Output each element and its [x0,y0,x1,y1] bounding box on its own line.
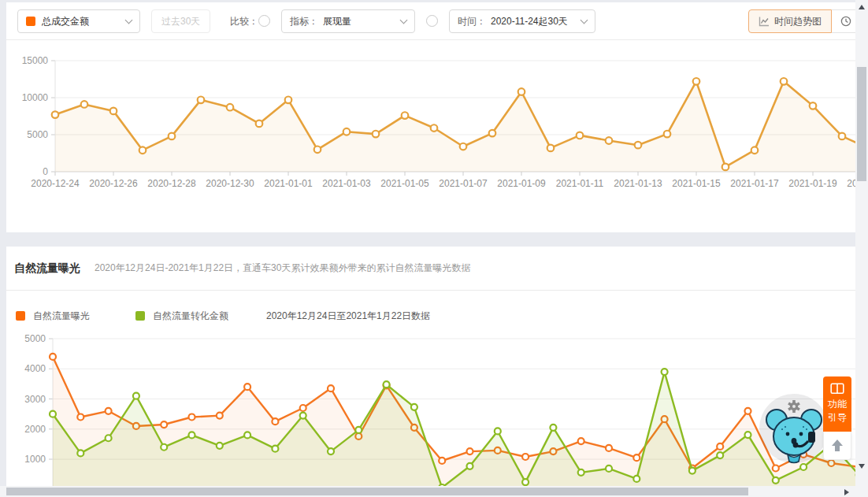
svg-text:2000: 2000 [24,424,46,435]
feature-guide-button[interactable]: 功能 引导 [823,376,851,432]
svg-text:2021-01-13: 2021-01-13 [614,178,662,189]
svg-text:0: 0 [43,166,48,177]
scroll-right-arrow-icon[interactable] [844,489,849,495]
legend-swatch-orange [16,311,25,321]
svg-text:2021-01-05: 2021-01-05 [380,178,429,189]
legend-label: 自然流量转化金额 [153,310,228,323]
indicator-select-label: 指标： [290,15,318,28]
legend-item-exposure[interactable]: 自然流量曝光 [16,310,90,323]
svg-text:3000: 3000 [24,394,46,405]
svg-text:5000: 5000 [27,129,48,140]
svg-text:15000: 15000 [22,55,49,66]
compare-radio-2[interactable] [426,15,438,27]
time-trend-chart-label: 时间趋势图 [774,15,822,28]
metric-swatch [26,17,35,26]
horizontal-scrollbar-thumb[interactable] [6,488,748,495]
legend-label: 自然流量曝光 [33,310,90,323]
chevron-down-icon [400,17,408,24]
date-range-note: 2020年12月24日至2021年1月22日数据 [266,310,430,323]
chevron-down-icon [125,17,133,24]
svg-text:2020-12-26: 2020-12-26 [89,178,138,189]
svg-text:10000: 10000 [22,92,49,103]
section-title: 自然流量曝光 [14,261,80,276]
svg-text:2021-01-03: 2021-01-03 [322,178,371,189]
svg-text:2021-01-09: 2021-01-09 [497,178,546,189]
svg-text:4000: 4000 [24,363,46,374]
horizontal-scrollbar[interactable] [0,486,855,497]
svg-text:2021-01-15: 2021-01-15 [672,178,721,189]
svg-text:5000: 5000 [24,333,46,344]
scrollbar-corner [855,484,868,497]
trend-panel: 总成交金额 过去30天 比较： 指标： 展现量 时间： 2020-11-24起3… [6,2,855,232]
svg-text:1000: 1000 [24,454,46,465]
scroll-up-arrow-icon[interactable] [859,5,865,9]
time-select-label: 时间： [458,15,486,28]
indicator-select[interactable]: 指标： 展现量 [281,9,415,33]
vertical-scrollbar-thumb[interactable] [857,67,866,181]
section-subtitle: 2020年12月24日-2021年1月22日，直通车30天累计效果额外带来的累计… [95,261,470,275]
clock-icon [840,15,852,28]
svg-text:2021-01-19: 2021-01-19 [788,178,837,189]
mascot-mouse[interactable] [758,392,830,465]
line-chart-icon [759,16,770,27]
metric-select-value: 总成交金额 [42,15,89,28]
legend-item-conversion[interactable]: 自然流量转化金额 [135,310,228,323]
svg-text:2021-01-21: 2021-01-21 [847,178,855,189]
toolbar: 总成交金额 过去30天 比较： 指标： 展现量 时间： 2020-11-24起3… [6,2,855,40]
indicator-select-value: 展现量 [323,15,351,28]
organic-panel: 自然流量曝光 2020年12月24日-2021年1月22日，直通车30天累计效果… [6,247,855,486]
open-book-icon [830,383,844,395]
svg-text:2021-01-17: 2021-01-17 [730,178,779,189]
svg-text:2021-01-11: 2021-01-11 [556,178,604,189]
floating-guide: 功能 引导 [823,376,851,460]
time-trend-chart-button[interactable]: 时间趋势图 [748,9,832,33]
time-select[interactable]: 时间： 2020-11-24起30天 [449,9,595,33]
past-30-days-button: 过去30天 [151,9,210,33]
svg-text:2020-12-24: 2020-12-24 [31,178,80,189]
feature-guide-label-2: 引导 [823,411,851,425]
legend-swatch-green [135,311,145,321]
organic-chart: 10002000300040005000 [6,325,855,486]
svg-text:2021-01-07: 2021-01-07 [439,178,488,189]
metric-select[interactable]: 总成交金额 [17,9,140,33]
section-header: 自然流量曝光 2020年12月24日-2021年1月22日，直通车30天累计效果… [6,247,855,291]
compare-label: 比较： [230,9,258,33]
vertical-scrollbar[interactable] [855,0,868,484]
page: 总成交金额 过去30天 比较： 指标： 展现量 时间： 2020-11-24起3… [0,0,868,497]
scroll-down-arrow-icon[interactable] [859,464,865,469]
chart-legend: 自然流量曝光 自然流量转化金额 2020年12月24日至2021年1月22日数据 [6,308,855,324]
trend-chart: 0500010000150002020-12-242020-12-262020-… [6,40,855,232]
history-clock-button[interactable] [832,9,855,33]
compare-radio[interactable] [258,15,270,27]
svg-text:2020-12-28: 2020-12-28 [147,178,196,189]
feature-guide-label-1: 功能 [823,398,851,411]
chevron-down-icon [581,17,588,24]
svg-text:2020-12-30: 2020-12-30 [206,178,254,189]
svg-text:2021-01-01: 2021-01-01 [264,178,313,189]
back-to-top-button[interactable] [823,432,851,460]
time-select-value: 2020-11-24起30天 [491,15,568,28]
arrow-up-icon [832,440,843,452]
